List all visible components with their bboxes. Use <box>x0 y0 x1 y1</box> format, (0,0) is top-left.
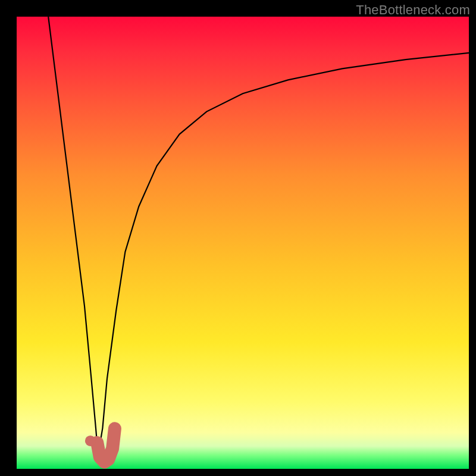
chart-frame: TheBottleneck.com <box>0 0 476 476</box>
optimum-marker-hook <box>97 428 115 462</box>
curve-right-branch <box>98 53 469 455</box>
curve-left-branch <box>48 17 98 455</box>
optimum-marker-dot <box>85 436 96 446</box>
watermark-text: TheBottleneck.com <box>356 2 470 18</box>
plot-area <box>17 17 469 469</box>
chart-canvas <box>17 17 469 469</box>
